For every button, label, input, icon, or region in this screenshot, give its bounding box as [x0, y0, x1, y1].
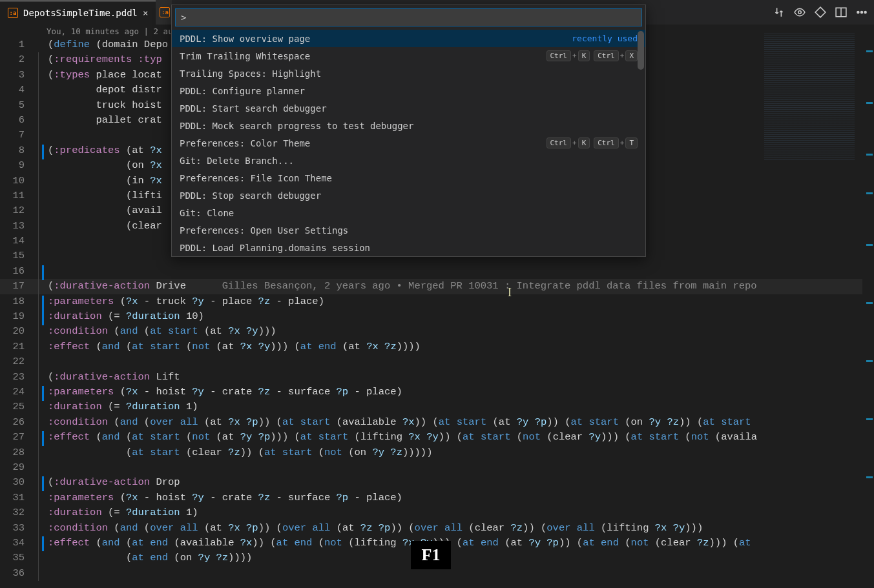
run-icon[interactable]	[815, 6, 826, 18]
command-palette-item[interactable]: Git: Delete Branch...	[172, 152, 645, 169]
line-number: 29	[0, 460, 36, 475]
command-palette-input[interactable]	[175, 8, 642, 26]
pddl-file-icon: :a	[160, 7, 170, 17]
overview-tick	[866, 360, 873, 362]
line-number: 22	[0, 354, 36, 369]
preview-icon[interactable]	[794, 6, 806, 18]
editor-tab-partial[interactable]: :a	[156, 0, 172, 25]
keybinding: Ctrl+KCtrl+X	[546, 50, 638, 61]
command-palette-item-label: Git: Clone	[180, 208, 234, 218]
command-palette-item-label: PDDL: Configure planner	[180, 86, 305, 96]
overview-tick	[866, 302, 873, 304]
command-palette-item[interactable]: Trailing Spaces: Highlight	[172, 65, 645, 82]
line-number: 25	[0, 400, 36, 414]
overview-ruler[interactable]	[865, 25, 874, 588]
command-palette-item-label: PDDL: Load Planning.domains session	[180, 243, 370, 253]
command-palette-item[interactable]: PDDL: Configure planner	[172, 82, 645, 99]
line-number: 2	[0, 52, 36, 67]
line-number: 7	[0, 128, 36, 143]
command-palette-item-label: Preferences: File Icon Theme	[180, 173, 332, 183]
command-palette-item-label: Trim Trailing Whitespace	[180, 51, 310, 61]
command-palette-item[interactable]: Preferences: File Icon Theme	[172, 169, 645, 187]
line-number: 6	[0, 113, 36, 128]
command-palette-item[interactable]: PDDL: Mock search progress to test debug…	[172, 117, 645, 134]
keybinding: Ctrl+KCtrl+T	[546, 137, 638, 148]
overview-tick	[866, 50, 873, 52]
line-number: 3	[0, 68, 36, 83]
line-number: 23	[0, 370, 36, 385]
command-palette-item-label: PDDL: Show overview page	[180, 34, 310, 44]
command-palette-item[interactable]: PDDL: Load Planning.domains session	[172, 239, 645, 256]
overview-tick	[866, 418, 873, 420]
command-palette-list: PDDL: Show overview pagerecently usedTri…	[172, 30, 645, 256]
line-number: 10	[0, 174, 36, 188]
command-palette-item-label: Preferences: Color Theme	[180, 138, 310, 148]
code-token: :durative-action	[54, 280, 150, 292]
overview-tick	[866, 244, 873, 246]
command-palette: PDDL: Show overview pagerecently usedTri…	[171, 5, 646, 257]
line-number: 8	[0, 143, 36, 158]
line-number: 32	[0, 505, 36, 520]
command-palette-item-label: PDDL: Stop search debugger	[180, 190, 321, 201]
overview-tick	[866, 154, 873, 156]
command-palette-item-label: Preferences: Open User Settings	[180, 225, 348, 236]
line-number: 30	[0, 475, 36, 490]
keyboard-hint-overlay: F1	[411, 541, 451, 569]
code-token: (	[48, 280, 54, 292]
command-palette-item[interactable]: PDDL: Show overview pagerecently used	[172, 30, 645, 47]
close-icon[interactable]: ×	[143, 8, 148, 18]
more-actions-icon[interactable]	[856, 6, 868, 18]
line-number: 27	[0, 430, 36, 445]
line-number: 21	[0, 340, 36, 354]
command-palette-item[interactable]: Preferences: Color ThemeCtrl+KCtrl+T	[172, 134, 645, 152]
svg-point-0	[798, 11, 802, 14]
line-number: 20	[0, 324, 36, 339]
tab-filename: DepotsSimpleTime.pddl	[23, 8, 138, 18]
pddl-file-icon: :a	[8, 8, 18, 18]
line-number: 1	[0, 37, 36, 52]
line-number: 19	[0, 309, 36, 324]
command-palette-item-label: Git: Delete Branch...	[180, 156, 294, 166]
line-number: 24	[0, 385, 36, 400]
line-number: 4	[0, 83, 36, 97]
command-palette-item[interactable]: Trim Trailing WhitespaceCtrl+KCtrl+X	[172, 47, 645, 65]
svg-point-4	[861, 12, 863, 14]
line-number: 17	[0, 279, 36, 294]
command-palette-item-hint: recently used	[572, 34, 638, 43]
overview-tick	[866, 476, 873, 478]
code-token: Drive	[150, 280, 186, 292]
editor-tab[interactable]: :a DepotsSimpleTime.pddl ×	[0, 0, 156, 25]
line-number: 5	[0, 98, 36, 113]
line-number: 12	[0, 203, 36, 218]
line-number: 34	[0, 536, 36, 551]
line-number: 11	[0, 188, 36, 203]
command-palette-item[interactable]: PDDL: Stop search debugger	[172, 187, 645, 204]
gitlens-inline-blame: Gilles Besançon, 2 years ago • Merged PR…	[222, 280, 757, 292]
line-number: 26	[0, 415, 36, 430]
line-number: 35	[0, 551, 36, 565]
line-number: 15	[0, 248, 36, 263]
line-number: 36	[0, 566, 36, 581]
svg-point-3	[857, 12, 859, 14]
command-palette-scrollbar[interactable]	[638, 31, 644, 70]
command-palette-item[interactable]: Git: Clone	[172, 204, 645, 221]
split-editor-icon[interactable]	[835, 6, 847, 18]
line-number: 31	[0, 491, 36, 505]
line-number: 13	[0, 219, 36, 234]
text-cursor-icon: I	[508, 286, 512, 299]
line-number: 28	[0, 445, 36, 460]
command-palette-item-label: PDDL: Start search debugger	[180, 103, 327, 114]
editor-actions	[773, 3, 868, 22]
line-number: 9	[0, 158, 36, 173]
command-palette-item[interactable]: PDDL: Start search debugger	[172, 99, 645, 117]
line-number: 18	[0, 294, 36, 309]
command-palette-item-label: PDDL: Mock search progress to test debug…	[180, 121, 413, 131]
overview-tick	[866, 192, 873, 194]
compare-changes-icon[interactable]	[773, 6, 785, 18]
svg-point-5	[864, 12, 866, 14]
line-number: 33	[0, 521, 36, 536]
overview-tick	[866, 102, 873, 104]
line-number: 14	[0, 234, 36, 248]
command-palette-item[interactable]: Preferences: Open User Settings	[172, 221, 645, 239]
command-palette-item-label: Trailing Spaces: Highlight	[180, 68, 321, 79]
